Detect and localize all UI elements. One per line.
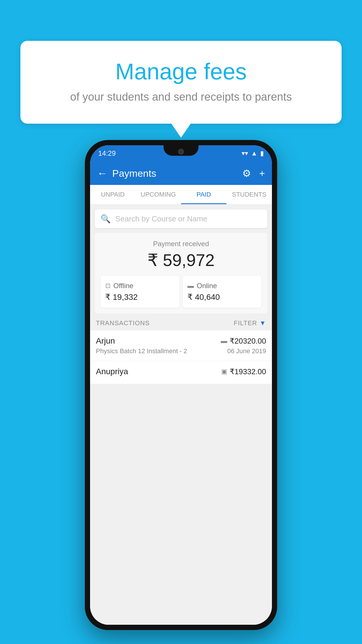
tab-students[interactable]: STUDENTS [226,185,272,204]
bubble-title: Manage fees [35,58,327,85]
bubble-subtitle: of your students and send receipts to pa… [35,91,327,103]
status-icons: ▾▾ ▲ ▮ [242,150,264,157]
transaction-amount: ₹19332.00 [230,367,266,376]
payment-type-icon: ▣ [221,368,227,375]
transaction-row-top: Anupriya ▣ ₹19332.00 [96,367,266,376]
transactions-label: TRANSACTIONS [96,319,150,327]
status-time: 14:29 [98,149,116,158]
wifi-icon: ▾▾ [242,150,248,157]
transaction-amount: ₹20320.00 [230,337,266,346]
online-amount: ₹ 40,640 [187,292,257,302]
transaction-row-bottom: Physics Batch 12 Installment - 2 06 June… [96,347,266,355]
search-bar[interactable]: 🔍 Search by Course or Name [95,209,267,228]
add-button[interactable]: + [259,168,265,179]
offline-card: ⊡ Offline ₹ 19,332 [101,276,179,308]
app-bar: ← Payments ⚙ + [90,162,272,185]
transaction-course: Physics Batch 12 Installment - 2 [96,347,187,355]
search-icon: 🔍 [101,214,111,224]
settings-icon[interactable]: ⚙ [242,167,251,179]
tab-upcoming[interactable]: UPCOMING [136,185,181,204]
speech-bubble: Manage fees of your students and send re… [20,41,342,124]
app-bar-left: ← Payments [97,167,156,179]
transaction-date: 06 June 2019 [227,347,266,355]
back-button[interactable]: ← [97,167,108,179]
filter-button[interactable]: FILTER ▼ [234,319,266,327]
transaction-name: Arjun [96,336,115,346]
offline-card-header: ⊡ Offline [105,282,175,290]
transaction-amount-wrap: ▣ ₹19332.00 [221,367,266,376]
transaction-amount-wrap: ▬ ₹20320.00 [221,337,266,346]
payment-received-label: Payment received [101,240,261,248]
table-row[interactable]: Arjun ▬ ₹20320.00 Physics Batch 12 Insta… [90,330,272,361]
online-card: ▬ Online ₹ 40,640 [183,276,261,308]
tab-unpaid[interactable]: UNPAID [90,185,136,204]
online-card-header: ▬ Online [187,282,257,290]
phone-notch [164,145,198,156]
transactions-header: TRANSACTIONS FILTER ▼ [90,314,272,330]
offline-icon: ⊡ [105,282,110,290]
app-bar-right: ⚙ + [242,167,265,179]
camera [178,149,184,155]
online-icon: ▬ [187,282,194,290]
phone-screen: 14:29 ▾▾ ▲ ▮ ← Payments ⚙ + UNPAID [90,145,272,625]
transaction-row-top: Arjun ▬ ₹20320.00 [96,336,266,346]
transaction-name: Anupriya [96,367,128,376]
payment-type-icon: ▬ [221,337,227,345]
tab-paid[interactable]: PAID [181,185,226,204]
payment-summary: Payment received ₹ 59,972 ⊡ Offline ₹ 19… [95,233,267,314]
app-title: Payments [112,168,156,179]
content-area: 🔍 Search by Course or Name Payment recei… [90,205,272,625]
phone-frame: 14:29 ▾▾ ▲ ▮ ← Payments ⚙ + UNPAID [85,140,277,630]
online-label: Online [197,282,217,290]
filter-label: FILTER [234,319,257,327]
battery-icon: ▮ [260,150,264,157]
total-amount: ₹ 59,972 [101,250,261,270]
offline-label: Offline [113,282,133,290]
search-placeholder-text: Search by Course or Name [115,214,207,223]
offline-amount: ₹ 19,332 [105,292,175,302]
table-row[interactable]: Anupriya ▣ ₹19332.00 [90,361,272,384]
transaction-list: Arjun ▬ ₹20320.00 Physics Batch 12 Insta… [90,330,272,384]
signal-icon: ▲ [251,150,257,157]
tab-bar: UNPAID UPCOMING PAID STUDENTS [90,185,272,205]
filter-icon: ▼ [259,319,266,327]
payment-cards: ⊡ Offline ₹ 19,332 ▬ Online ₹ 40,640 [101,276,261,308]
